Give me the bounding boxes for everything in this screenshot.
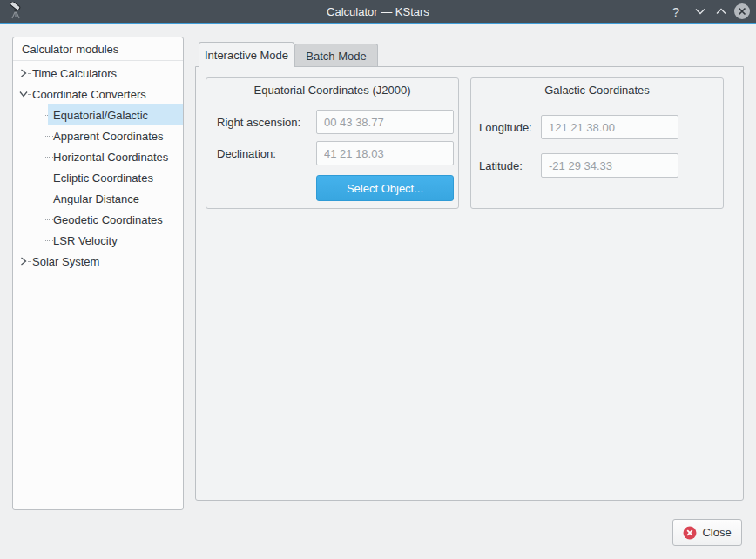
interactive-mode-page: Equatorial Coordinates (J2000) Right asc… — [195, 66, 744, 501]
latitude-label: Latitude: — [479, 159, 523, 172]
select-object-button[interactable]: Select Object... — [316, 175, 454, 201]
sidebar-item-label: Time Calculators — [32, 67, 117, 80]
sidebar-item-label: LSR Velocity — [48, 230, 183, 251]
minimize-button[interactable] — [690, 1, 711, 22]
window-close-button[interactable] — [732, 1, 753, 22]
calculator-modules-panel: Calculator modules Time Calculators Coor… — [12, 37, 184, 510]
expander-expanded-icon[interactable] — [19, 90, 28, 98]
sidebar-item-label: Solar System — [32, 255, 99, 268]
sidebar-item-coordinate-converters[interactable]: Coordinate Converters — [13, 84, 183, 104]
sidebar-item-time-calculators[interactable]: Time Calculators — [13, 63, 183, 84]
sidebar-item-label: Ecliptic Coordinates — [48, 167, 183, 188]
close-button-label: Close — [702, 526, 731, 539]
declination-input[interactable] — [316, 141, 454, 165]
sidebar-item-label: Equatorial/Galactic — [48, 104, 183, 125]
help-button[interactable]: ? — [665, 1, 686, 22]
group-title: Galactic Coordinates — [471, 84, 723, 97]
window-title: Calculator — KStars — [0, 0, 756, 23]
right-ascension-input[interactable] — [316, 110, 454, 134]
sidebar-item-label: Coordinate Converters — [32, 88, 146, 101]
calculator-window: { "window": { "title": "Calculator — KSt… — [0, 0, 756, 559]
sidebar-item-horizontal-coordinates[interactable]: Horizontal Coordinates — [13, 146, 183, 167]
sidebar-item-label: Apparent Coordinates — [48, 125, 183, 146]
sidebar-item-angular-distance[interactable]: Angular Distance — [13, 188, 183, 209]
longitude-label: Longitude: — [479, 121, 532, 134]
close-icon — [683, 526, 697, 540]
sidebar-header: Calculator modules — [13, 37, 183, 61]
sidebar-item-label: Horizontal Coordinates — [48, 146, 183, 167]
sidebar-item-apparent-coordinates[interactable]: Apparent Coordinates — [13, 125, 183, 146]
sidebar-item-label: Angular Distance — [48, 188, 183, 209]
sidebar-item-label: Geodetic Coordinates — [48, 209, 183, 230]
longitude-input[interactable] — [541, 115, 678, 139]
declination-label: Declination: — [217, 147, 276, 160]
sidebar-item-solar-system[interactable]: Solar System — [13, 251, 183, 272]
titlebar[interactable]: Calculator — KStars ? — [0, 0, 756, 23]
latitude-input[interactable] — [541, 153, 678, 178]
tab-interactive-mode[interactable]: Interactive Mode — [199, 42, 294, 67]
titlebar-accent-line — [0, 23, 756, 24]
tab-batch-mode[interactable]: Batch Mode — [294, 44, 378, 67]
close-button[interactable]: Close — [672, 519, 742, 546]
module-tree: Time Calculators Coordinate Converters E… — [13, 61, 183, 272]
sidebar-item-lsr-velocity[interactable]: LSR Velocity — [13, 230, 183, 251]
right-ascension-label: Right ascension: — [217, 116, 300, 129]
sidebar-item-ecliptic-coordinates[interactable]: Ecliptic Coordinates — [13, 167, 183, 188]
maximize-button[interactable] — [711, 1, 732, 22]
expander-collapsed-icon[interactable] — [19, 69, 28, 77]
galactic-coordinates-group: Galactic Coordinates Longitude: Latitude… — [470, 77, 724, 209]
sidebar-item-equatorial-galactic[interactable]: Equatorial/Galactic — [13, 104, 183, 125]
equatorial-coordinates-group: Equatorial Coordinates (J2000) Right asc… — [206, 77, 459, 209]
group-title: Equatorial Coordinates (J2000) — [206, 84, 458, 97]
sidebar-item-geodetic-coordinates[interactable]: Geodetic Coordinates — [13, 209, 183, 230]
expander-collapsed-icon[interactable] — [19, 257, 28, 266]
